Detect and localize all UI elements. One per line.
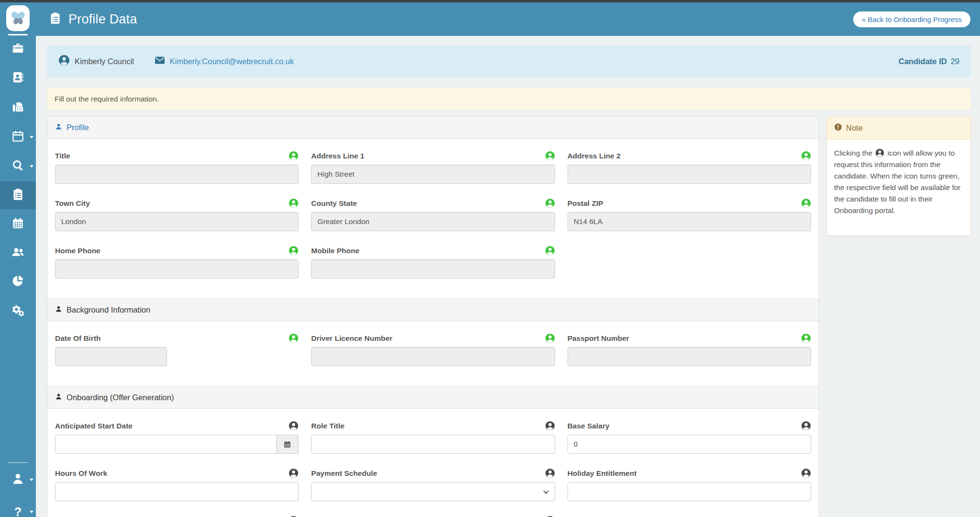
request-from-candidate-icon[interactable] bbox=[289, 468, 299, 478]
field-label: Role Title bbox=[311, 422, 344, 430]
clipboard-icon bbox=[49, 12, 62, 27]
request-from-candidate-icon[interactable] bbox=[289, 421, 299, 431]
field-label: Anticipated Start Date bbox=[55, 422, 133, 430]
field-label: Base Salary bbox=[568, 422, 610, 430]
request-from-candidate-icon[interactable] bbox=[289, 333, 299, 343]
candidate-email-link[interactable]: Kimberly.Council@webrecruit.co.uk bbox=[170, 57, 294, 66]
role-title-input[interactable] bbox=[311, 435, 555, 454]
exclamation-circle-icon bbox=[834, 123, 842, 133]
topbar: Profile Data « Back to Onboarding Progre… bbox=[36, 2, 980, 36]
address-book-icon bbox=[11, 71, 24, 86]
chevron-down-icon bbox=[30, 136, 33, 138]
sidebar-item-fax[interactable] bbox=[0, 94, 36, 122]
field-label: Address Line 1 bbox=[311, 152, 364, 160]
note-header: Note bbox=[827, 117, 970, 140]
request-from-candidate-icon[interactable] bbox=[801, 468, 811, 478]
payment-schedule-select[interactable] bbox=[311, 482, 555, 501]
field-label: Driver Licence Number bbox=[311, 334, 392, 343]
field-role-title: Role Title bbox=[311, 421, 555, 454]
section-heading-background-information: Background Information bbox=[47, 299, 819, 321]
calendar-grid-icon bbox=[11, 217, 24, 232]
sidebar-item-calendar-grid[interactable] bbox=[0, 210, 36, 238]
field-label: County State bbox=[311, 199, 357, 208]
candidate-id: Candidate ID29 bbox=[899, 57, 959, 66]
calendar-addon-button[interactable] bbox=[277, 435, 299, 454]
clipboard-icon bbox=[11, 188, 24, 203]
field-date-of-birth: Date Of Birth bbox=[55, 333, 299, 366]
field-passport-number: Passport Number bbox=[568, 333, 811, 366]
field-county-state: County State bbox=[311, 198, 555, 231]
question-mark-icon: ? bbox=[14, 505, 22, 517]
request-from-candidate-icon[interactable] bbox=[801, 421, 811, 431]
envelope-icon bbox=[154, 55, 166, 68]
request-from-candidate-icon[interactable] bbox=[545, 246, 555, 256]
request-from-candidate-icon[interactable] bbox=[801, 151, 811, 161]
section-heading-profile: Profile bbox=[47, 117, 819, 139]
top-strip bbox=[0, 0, 980, 2]
request-from-candidate-icon[interactable] bbox=[289, 246, 299, 256]
field-driver-licence-number: Driver Licence Number bbox=[311, 333, 555, 366]
sidebar-item-pie-chart[interactable] bbox=[0, 268, 36, 295]
sidebar-item-gears[interactable] bbox=[0, 297, 36, 325]
field-base-salary: Base Salary bbox=[568, 421, 811, 454]
sidebar-item-search[interactable] bbox=[0, 152, 36, 180]
sidebar-item-user[interactable] bbox=[0, 466, 36, 494]
field-payment-schedule: Payment Schedule bbox=[311, 468, 555, 501]
section-body-background-information: Date Of BirthDriver Licence NumberPasspo… bbox=[47, 321, 819, 386]
field-hours-of-work: Hours Of Work bbox=[55, 468, 299, 501]
passport-number-input bbox=[568, 347, 811, 366]
field-label: Hours Of Work bbox=[55, 469, 107, 478]
back-to-onboarding-button[interactable]: « Back to Onboarding Progress bbox=[853, 11, 970, 27]
field-address-line-2: Address Line 2 bbox=[568, 151, 811, 184]
butterfly-logo-icon bbox=[9, 9, 27, 27]
app-logo[interactable] bbox=[6, 5, 30, 31]
request-from-candidate-icon[interactable] bbox=[545, 151, 555, 161]
request-from-candidate-icon[interactable] bbox=[289, 151, 299, 161]
field-home-phone: Home Phone bbox=[55, 246, 299, 279]
request-from-candidate-icon[interactable] bbox=[289, 198, 299, 208]
chevron-down-icon bbox=[30, 479, 33, 481]
request-from-candidate-icon[interactable] bbox=[545, 421, 555, 431]
page-title: Profile Data bbox=[68, 12, 137, 27]
main-content: Kimberly Council Kimberly.Council@webrec… bbox=[36, 36, 980, 517]
sidebar-item-calendar[interactable] bbox=[0, 123, 36, 151]
search-icon bbox=[11, 159, 24, 174]
hours-of-work-input[interactable] bbox=[55, 482, 299, 501]
sidebar-item-clipboard[interactable] bbox=[0, 181, 36, 209]
sidebar-divider bbox=[8, 462, 28, 463]
request-from-candidate-icon[interactable] bbox=[545, 198, 555, 208]
date-of-birth-input bbox=[55, 347, 167, 366]
section-heading-onboarding-offer-generation: Onboarding (Offer Generation) bbox=[47, 386, 819, 409]
request-from-candidate-icon[interactable] bbox=[801, 198, 811, 208]
request-from-candidate-icon[interactable] bbox=[545, 468, 555, 478]
field-label: Passport Number bbox=[568, 334, 629, 343]
sidebar-item-address-book[interactable] bbox=[0, 64, 36, 92]
sidebar-item-help[interactable]: ? bbox=[0, 498, 36, 517]
holiday-entitlement-input[interactable] bbox=[568, 482, 811, 501]
fax-icon bbox=[11, 101, 24, 115]
anticipated-start-date-input[interactable] bbox=[55, 435, 277, 454]
chevron-down-icon bbox=[543, 488, 548, 494]
field-address-line-1: Address Line 1 bbox=[311, 151, 555, 184]
note-text: Clicking the bbox=[834, 149, 872, 157]
sidebar: ? bbox=[0, 2, 36, 517]
title-input bbox=[55, 165, 299, 184]
request-from-candidate-icon[interactable] bbox=[801, 333, 811, 343]
user-circle-icon bbox=[58, 55, 70, 68]
chevron-down-icon bbox=[30, 165, 33, 168]
field-label: Holiday Entitlement bbox=[568, 469, 637, 478]
sidebar-item-briefcase[interactable] bbox=[0, 35, 36, 63]
sidebar-item-users[interactable] bbox=[0, 239, 36, 267]
field-anticipated-start-date: Anticipated Start Date bbox=[55, 421, 299, 454]
request-from-candidate-icon[interactable] bbox=[545, 333, 555, 343]
note-title: Note bbox=[846, 124, 863, 133]
field-label: Postal ZIP bbox=[568, 199, 603, 208]
base-salary-input[interactable] bbox=[568, 435, 811, 454]
section-title: Profile bbox=[67, 123, 89, 132]
field-label: Title bbox=[55, 152, 70, 160]
user-icon bbox=[55, 393, 62, 402]
user-circle-icon bbox=[875, 148, 884, 157]
profile-data-panel: ProfileTitleAddress Line 1Address Line 2… bbox=[47, 116, 819, 517]
note-text: icon will allow you to request this info… bbox=[834, 149, 961, 214]
field-label: Payment Schedule bbox=[311, 469, 377, 478]
